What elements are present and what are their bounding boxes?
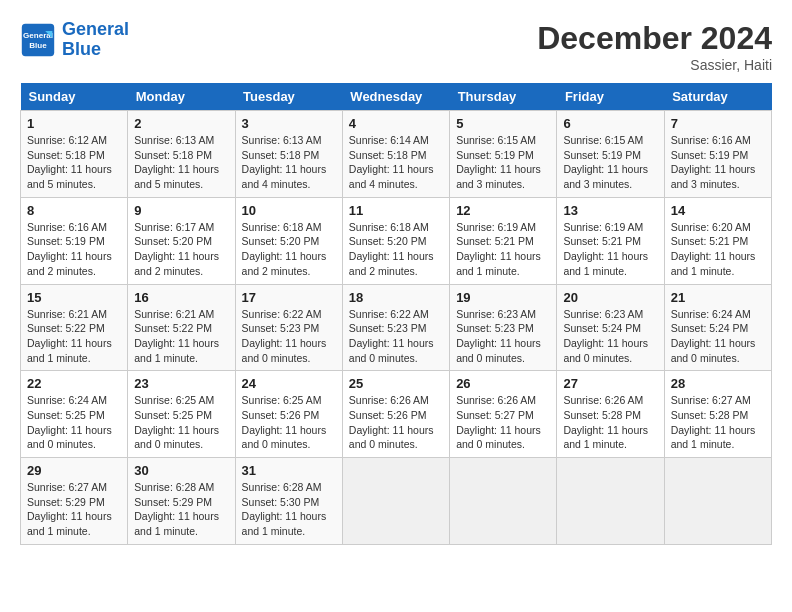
calendar-cell: 6Sunrise: 6:15 AM Sunset: 5:19 PM Daylig… [557, 111, 664, 198]
page-header: General Blue General Blue December 2024 … [20, 20, 772, 73]
calendar-cell: 24Sunrise: 6:25 AM Sunset: 5:26 PM Dayli… [235, 371, 342, 458]
day-info: Sunrise: 6:17 AM Sunset: 5:20 PM Dayligh… [134, 220, 228, 279]
calendar-week-row: 29Sunrise: 6:27 AM Sunset: 5:29 PM Dayli… [21, 458, 772, 545]
calendar-cell: 25Sunrise: 6:26 AM Sunset: 5:26 PM Dayli… [342, 371, 449, 458]
day-number: 14 [671, 203, 765, 218]
day-info: Sunrise: 6:24 AM Sunset: 5:25 PM Dayligh… [27, 393, 121, 452]
day-number: 31 [242, 463, 336, 478]
day-info: Sunrise: 6:21 AM Sunset: 5:22 PM Dayligh… [27, 307, 121, 366]
day-info: Sunrise: 6:18 AM Sunset: 5:20 PM Dayligh… [242, 220, 336, 279]
day-info: Sunrise: 6:15 AM Sunset: 5:19 PM Dayligh… [563, 133, 657, 192]
day-number: 3 [242, 116, 336, 131]
location-subtitle: Sassier, Haiti [537, 57, 772, 73]
day-number: 27 [563, 376, 657, 391]
day-info: Sunrise: 6:18 AM Sunset: 5:20 PM Dayligh… [349, 220, 443, 279]
day-number: 8 [27, 203, 121, 218]
calendar-cell [342, 458, 449, 545]
day-info: Sunrise: 6:13 AM Sunset: 5:18 PM Dayligh… [134, 133, 228, 192]
calendar-cell: 13Sunrise: 6:19 AM Sunset: 5:21 PM Dayli… [557, 197, 664, 284]
calendar-cell: 8Sunrise: 6:16 AM Sunset: 5:19 PM Daylig… [21, 197, 128, 284]
day-number: 28 [671, 376, 765, 391]
calendar-cell: 30Sunrise: 6:28 AM Sunset: 5:29 PM Dayli… [128, 458, 235, 545]
day-info: Sunrise: 6:15 AM Sunset: 5:19 PM Dayligh… [456, 133, 550, 192]
logo: General Blue General Blue [20, 20, 129, 60]
calendar-week-row: 8Sunrise: 6:16 AM Sunset: 5:19 PM Daylig… [21, 197, 772, 284]
day-number: 1 [27, 116, 121, 131]
day-number: 20 [563, 290, 657, 305]
calendar-cell: 9Sunrise: 6:17 AM Sunset: 5:20 PM Daylig… [128, 197, 235, 284]
calendar-cell [450, 458, 557, 545]
day-number: 2 [134, 116, 228, 131]
calendar-cell [664, 458, 771, 545]
logo-icon: General Blue [20, 22, 56, 58]
calendar-cell: 1Sunrise: 6:12 AM Sunset: 5:18 PM Daylig… [21, 111, 128, 198]
weekday-header-row: SundayMondayTuesdayWednesdayThursdayFrid… [21, 83, 772, 111]
day-info: Sunrise: 6:25 AM Sunset: 5:25 PM Dayligh… [134, 393, 228, 452]
day-info: Sunrise: 6:23 AM Sunset: 5:23 PM Dayligh… [456, 307, 550, 366]
day-number: 18 [349, 290, 443, 305]
logo-line2: Blue [62, 39, 101, 59]
day-number: 24 [242, 376, 336, 391]
day-info: Sunrise: 6:19 AM Sunset: 5:21 PM Dayligh… [563, 220, 657, 279]
day-number: 12 [456, 203, 550, 218]
day-info: Sunrise: 6:26 AM Sunset: 5:27 PM Dayligh… [456, 393, 550, 452]
calendar-cell: 10Sunrise: 6:18 AM Sunset: 5:20 PM Dayli… [235, 197, 342, 284]
calendar-cell: 2Sunrise: 6:13 AM Sunset: 5:18 PM Daylig… [128, 111, 235, 198]
calendar-cell: 14Sunrise: 6:20 AM Sunset: 5:21 PM Dayli… [664, 197, 771, 284]
calendar-cell: 22Sunrise: 6:24 AM Sunset: 5:25 PM Dayli… [21, 371, 128, 458]
day-number: 7 [671, 116, 765, 131]
day-number: 19 [456, 290, 550, 305]
day-number: 4 [349, 116, 443, 131]
calendar-cell: 16Sunrise: 6:21 AM Sunset: 5:22 PM Dayli… [128, 284, 235, 371]
day-number: 26 [456, 376, 550, 391]
day-info: Sunrise: 6:26 AM Sunset: 5:26 PM Dayligh… [349, 393, 443, 452]
day-number: 29 [27, 463, 121, 478]
title-area: December 2024 Sassier, Haiti [537, 20, 772, 73]
calendar-cell: 17Sunrise: 6:22 AM Sunset: 5:23 PM Dayli… [235, 284, 342, 371]
day-info: Sunrise: 6:24 AM Sunset: 5:24 PM Dayligh… [671, 307, 765, 366]
logo-line1: General [62, 19, 129, 39]
calendar-cell: 26Sunrise: 6:26 AM Sunset: 5:27 PM Dayli… [450, 371, 557, 458]
calendar-week-row: 15Sunrise: 6:21 AM Sunset: 5:22 PM Dayli… [21, 284, 772, 371]
day-number: 22 [27, 376, 121, 391]
day-number: 11 [349, 203, 443, 218]
day-info: Sunrise: 6:14 AM Sunset: 5:18 PM Dayligh… [349, 133, 443, 192]
day-info: Sunrise: 6:22 AM Sunset: 5:23 PM Dayligh… [349, 307, 443, 366]
calendar-cell: 23Sunrise: 6:25 AM Sunset: 5:25 PM Dayli… [128, 371, 235, 458]
day-info: Sunrise: 6:26 AM Sunset: 5:28 PM Dayligh… [563, 393, 657, 452]
weekday-header-sunday: Sunday [21, 83, 128, 111]
calendar-cell: 12Sunrise: 6:19 AM Sunset: 5:21 PM Dayli… [450, 197, 557, 284]
day-info: Sunrise: 6:21 AM Sunset: 5:22 PM Dayligh… [134, 307, 228, 366]
weekday-header-wednesday: Wednesday [342, 83, 449, 111]
day-info: Sunrise: 6:16 AM Sunset: 5:19 PM Dayligh… [671, 133, 765, 192]
day-number: 21 [671, 290, 765, 305]
calendar-cell: 27Sunrise: 6:26 AM Sunset: 5:28 PM Dayli… [557, 371, 664, 458]
calendar-cell: 7Sunrise: 6:16 AM Sunset: 5:19 PM Daylig… [664, 111, 771, 198]
calendar-table: SundayMondayTuesdayWednesdayThursdayFrid… [20, 83, 772, 545]
day-info: Sunrise: 6:13 AM Sunset: 5:18 PM Dayligh… [242, 133, 336, 192]
calendar-cell: 20Sunrise: 6:23 AM Sunset: 5:24 PM Dayli… [557, 284, 664, 371]
calendar-cell: 11Sunrise: 6:18 AM Sunset: 5:20 PM Dayli… [342, 197, 449, 284]
day-info: Sunrise: 6:27 AM Sunset: 5:29 PM Dayligh… [27, 480, 121, 539]
day-number: 9 [134, 203, 228, 218]
calendar-cell: 29Sunrise: 6:27 AM Sunset: 5:29 PM Dayli… [21, 458, 128, 545]
day-info: Sunrise: 6:28 AM Sunset: 5:30 PM Dayligh… [242, 480, 336, 539]
day-info: Sunrise: 6:25 AM Sunset: 5:26 PM Dayligh… [242, 393, 336, 452]
calendar-cell: 3Sunrise: 6:13 AM Sunset: 5:18 PM Daylig… [235, 111, 342, 198]
calendar-cell: 21Sunrise: 6:24 AM Sunset: 5:24 PM Dayli… [664, 284, 771, 371]
day-info: Sunrise: 6:19 AM Sunset: 5:21 PM Dayligh… [456, 220, 550, 279]
calendar-cell: 18Sunrise: 6:22 AM Sunset: 5:23 PM Dayli… [342, 284, 449, 371]
day-info: Sunrise: 6:23 AM Sunset: 5:24 PM Dayligh… [563, 307, 657, 366]
month-title: December 2024 [537, 20, 772, 57]
weekday-header-friday: Friday [557, 83, 664, 111]
day-number: 6 [563, 116, 657, 131]
day-info: Sunrise: 6:28 AM Sunset: 5:29 PM Dayligh… [134, 480, 228, 539]
svg-text:Blue: Blue [29, 41, 47, 50]
day-number: 10 [242, 203, 336, 218]
calendar-week-row: 1Sunrise: 6:12 AM Sunset: 5:18 PM Daylig… [21, 111, 772, 198]
calendar-week-row: 22Sunrise: 6:24 AM Sunset: 5:25 PM Dayli… [21, 371, 772, 458]
day-number: 15 [27, 290, 121, 305]
day-number: 16 [134, 290, 228, 305]
calendar-cell: 5Sunrise: 6:15 AM Sunset: 5:19 PM Daylig… [450, 111, 557, 198]
day-info: Sunrise: 6:16 AM Sunset: 5:19 PM Dayligh… [27, 220, 121, 279]
